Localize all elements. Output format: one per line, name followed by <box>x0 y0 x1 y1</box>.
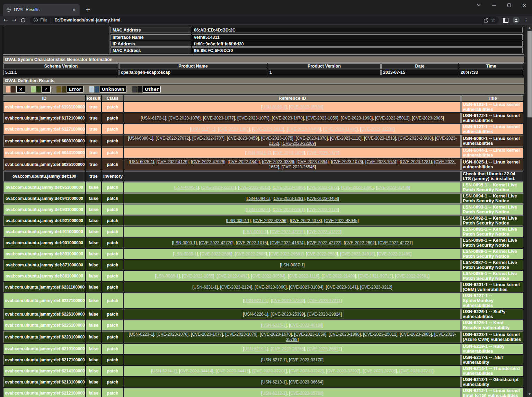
reference-link[interactable]: USN-6214-1 <box>152 369 176 373</box>
reference-link[interactable]: CVE-2023-2985 <box>413 116 443 121</box>
reference-link[interactable]: CVE-2023-33170 <box>290 358 322 362</box>
reference-link[interactable]: CVE-2023-1079 <box>227 332 256 337</box>
reference-link[interactable]: CVE-2023-26545 <box>283 165 315 169</box>
reference-link[interactable]: USN-6231-1 <box>194 285 217 290</box>
reference-link[interactable]: USN-6025-1 <box>130 159 153 164</box>
reference-link[interactable]: CVE-2023-37202 <box>272 298 304 303</box>
reference-link[interactable]: CVE-2023-31084 <box>290 285 322 290</box>
reference-link[interactable]: CVE-2022-4842 <box>229 159 259 164</box>
reference-link[interactable]: CVE-2023-34414 <box>180 369 212 373</box>
reference-link[interactable]: CVE-2022-41674 <box>272 240 304 245</box>
reference-link[interactable]: CVE-2022-42896 <box>254 218 286 223</box>
address-bar[interactable]: File | D:/Downloads/oval-jammy.html ☆ <box>30 16 499 24</box>
reference-link[interactable]: CVE-2022-42722 <box>308 240 340 245</box>
forward-icon[interactable]: → <box>12 18 17 23</box>
reference-link[interactable]: CVE-2023-1079 <box>239 116 268 121</box>
bookmark-star-icon[interactable]: ☆ <box>491 18 495 23</box>
reference-link[interactable]: CVE-2023-35788 <box>290 105 322 109</box>
reference-link[interactable]: CVE-2022-21499 <box>323 274 355 279</box>
reference-link[interactable]: CVE-2023-1998 <box>342 116 372 121</box>
reference-link[interactable]: CVE-2023-1075 <box>262 136 292 141</box>
reference-link[interactable]: CVE-2022-1116 <box>289 274 318 279</box>
reference-link[interactable]: CVE-2023-0459 <box>228 136 258 141</box>
reference-link[interactable]: CVE-2023-1829 <box>274 150 304 155</box>
reference-link[interactable]: CVE-2023-25399 <box>272 312 304 317</box>
reference-link[interactable]: CVE-2023-1074 <box>366 159 396 164</box>
reference-link[interactable]: USN-6172-1 <box>142 116 165 121</box>
reference-link[interactable]: CVE-2023-1670 <box>261 332 291 337</box>
reference-link[interactable]: LSN-0093-1 <box>247 207 269 212</box>
share-icon[interactable] <box>484 18 489 23</box>
reference-link[interactable]: USN-6212-1 <box>263 391 286 396</box>
reference-link[interactable]: CVE-2022-29581 <box>396 274 428 279</box>
reference-link[interactable]: CVE-2023-32269 <box>283 141 315 146</box>
reference-link[interactable]: CVE-2023-1077 <box>192 332 222 337</box>
reference-link[interactable]: USN-6127-1 <box>191 127 214 132</box>
reference-link[interactable]: CVE-2023-1998 <box>330 332 360 337</box>
back-icon[interactable]: ← <box>3 18 8 23</box>
reference-link[interactable]: CVE-2023-20938 <box>399 136 432 141</box>
page-scrollbar[interactable]: ▲ ▼ <box>527 25 532 397</box>
reference-link[interactable]: CVE-2021-39713 <box>360 274 392 279</box>
reference-link[interactable]: CVE-2023-25012 <box>376 116 408 121</box>
reference-link[interactable]: CVE-2022-2588 <box>307 252 337 256</box>
side-panel-icon[interactable] <box>503 18 508 23</box>
reference-link[interactable]: CVE-2022-34918 <box>342 252 374 256</box>
reference-link[interactable]: CVE-2023-37208 <box>364 369 396 373</box>
reference-link[interactable]: CVE-2023-36617 <box>309 346 341 351</box>
reference-link[interactable]: CVE-2022-41222 <box>308 229 340 234</box>
reference-link[interactable]: CVE-2023-37202 <box>290 369 322 373</box>
reference-link[interactable]: CVE-2023-1073 <box>332 159 362 164</box>
reference-link[interactable]: CVE-2023-25012 <box>364 332 397 337</box>
menu-kebab-icon[interactable]: ⋮ <box>524 17 529 23</box>
reference-link[interactable]: CVE-2022-29581 <box>270 252 302 256</box>
reference-link[interactable]: CVE-2023-1670 <box>273 116 303 121</box>
reference-link[interactable]: CVE-2022-2586 <box>201 252 231 256</box>
reference-link[interactable]: LSN-0095-1 <box>176 185 198 190</box>
reference-link[interactable]: CVE-2023-1859 <box>295 332 325 337</box>
tab-search-chevron-icon[interactable] <box>471 0 486 10</box>
reference-link[interactable]: USN-6226-1 <box>244 312 267 317</box>
reference-link[interactable]: CVE-2023-1078 <box>297 136 327 141</box>
reference-link[interactable]: CVE-2023-3141 <box>327 285 357 290</box>
reference-link[interactable]: USN-6217-1 <box>263 358 286 362</box>
reference-link[interactable]: CVE-2023-0461 <box>274 207 303 212</box>
reference-link[interactable]: USN-6225-1 <box>263 323 286 328</box>
reference-link[interactable]: CVE-2022-43945 <box>325 218 357 223</box>
reference-link[interactable]: USN-6193-1 <box>263 105 286 109</box>
reference-link[interactable]: CVE-2023-1380 <box>343 185 372 190</box>
reference-link[interactable]: CVE-2022-0492 <box>218 274 248 279</box>
reference-link[interactable]: LSN-0090-1 <box>173 240 196 245</box>
close-button[interactable]: × <box>517 0 532 10</box>
reference-link[interactable]: CVE-2023-32233 <box>203 185 235 190</box>
reference-link[interactable]: CVE-2023-32233 <box>361 127 393 132</box>
reference-link[interactable]: CVE-2022-4378 <box>291 218 321 223</box>
reference-link[interactable]: CVE-2022-1055 <box>183 274 213 279</box>
reference-link[interactable]: CVE-2022-42719 <box>272 229 304 234</box>
maximize-button[interactable] <box>502 0 517 10</box>
reference-link[interactable]: CVE-2023-1118 <box>331 136 360 141</box>
reference-link[interactable]: CVE-2023-30456 <box>288 127 320 132</box>
reference-link[interactable]: CVE-2023-1872 <box>308 185 338 190</box>
reference-link[interactable]: CVE-2023-1380 <box>219 127 249 132</box>
reference-link[interactable]: CVE-2023-2612 <box>239 185 269 190</box>
reference-link[interactable]: CVE-2022-2585 <box>236 252 266 256</box>
scroll-up-icon[interactable]: ▲ <box>527 26 532 30</box>
reference-link[interactable]: CVE-2022-47929 <box>192 159 224 164</box>
reference-link[interactable]: CVE-2023-28755 <box>272 346 304 351</box>
reference-link[interactable]: LSN-0092-1 <box>227 218 250 223</box>
reference-link[interactable]: CVE-2023-35788 <box>290 391 322 396</box>
reference-link[interactable]: CVE-2023-1281 <box>401 159 431 164</box>
reference-link[interactable]: CVE-2022-21499 <box>378 252 410 256</box>
reference-link[interactable]: CVE-2023-0468 <box>308 196 338 201</box>
reference-link[interactable]: CVE-2023-0386 <box>263 159 293 164</box>
reference-link[interactable]: CVE-2022-4129 <box>158 159 187 164</box>
reference-link[interactable]: CVE-2023-1077 <box>204 116 234 121</box>
browser-tab[interactable]: OVAL Results × <box>3 4 80 16</box>
info-icon[interactable] <box>33 18 38 23</box>
reference-link[interactable]: LSN-0091-1 <box>245 229 267 234</box>
reference-link[interactable]: CVE-2023-3090 <box>256 285 285 290</box>
reference-link[interactable]: CVE-2022-30594 <box>252 274 284 279</box>
scrollbar-thumb[interactable] <box>527 31 532 117</box>
profile-avatar[interactable] <box>513 17 520 24</box>
